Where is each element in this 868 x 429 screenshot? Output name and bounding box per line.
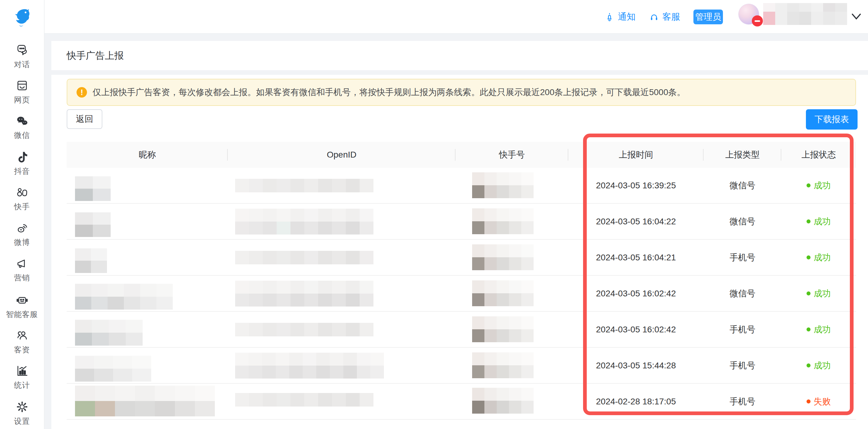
status-dot-icon — [807, 364, 810, 368]
sidebar-item-label: 设置 — [14, 416, 30, 426]
sidebar-item-wechat[interactable]: 微信 — [0, 114, 44, 140]
redacted-openid — [235, 323, 373, 336]
chat-icon — [15, 43, 29, 57]
topbar: 通知 客服 管理员 — [44, 0, 868, 34]
sidebar-item-label: 抖音 — [14, 166, 30, 176]
marketing-icon — [15, 256, 29, 270]
support-label: 客服 — [662, 11, 680, 23]
redacted-kuaishou-id — [472, 280, 534, 306]
headset-icon — [649, 12, 659, 22]
header-cell-3: 上报时间 — [568, 142, 704, 168]
sidebar-item-douyin[interactable]: 抖音 — [0, 150, 44, 176]
status-text: 成功 — [814, 360, 831, 371]
support-button[interactable]: 客服 — [649, 0, 680, 34]
cell-report-status: 失败 — [781, 384, 856, 419]
sidebar-item-label: 微信 — [14, 130, 30, 140]
sidebar-item-customers[interactable]: 客资 — [0, 328, 44, 355]
sidebar: 对话 网页 微信 抖音 快手 微博 营销 智能客服 客资 统计 — [0, 0, 44, 429]
status-text: 成功 — [814, 288, 831, 299]
sidebar-item-webpage[interactable]: 网页 — [0, 79, 44, 105]
cell-report-time: 2024-03-05 16:04:22 — [568, 204, 704, 239]
page-title: 快手广告上报 — [67, 49, 124, 62]
redacted-openid — [235, 251, 373, 264]
sidebar-item-label: 统计 — [14, 380, 30, 390]
status-text: 成功 — [814, 180, 831, 192]
redacted-kuaishou-id — [472, 172, 534, 198]
sidebar-item-label: 智能客服 — [6, 309, 38, 319]
cell-report-time: 2024-03-05 16:02:42 — [568, 312, 704, 347]
header-cell-0: 昵称 — [67, 142, 228, 168]
table-body: 2024-03-05 16:39:25微信号成功2024-03-05 16:04… — [67, 168, 856, 420]
table-row: 2024-03-05 15:44:28手机号成功 — [67, 348, 856, 384]
user-name-redacted — [763, 3, 847, 25]
cell-report-time: 2024-03-05 16:02:42 — [568, 276, 704, 311]
robot-icon — [15, 293, 29, 307]
sidebar-item-statistics[interactable]: 统计 — [0, 364, 44, 390]
redacted-openid — [235, 281, 373, 307]
statistics-icon — [15, 364, 29, 378]
table-row: 2024-03-05 16:02:42微信号成功 — [67, 276, 856, 312]
sidebar-item-kuaishou[interactable]: 快手 — [0, 185, 44, 212]
status-dot-icon — [807, 220, 810, 223]
redacted-nickname — [75, 212, 111, 237]
redacted-kuaishou-id — [472, 208, 534, 234]
kuaishou-ad-report-page: { "header": { "notifications_label": "通知… — [0, 0, 868, 429]
webpage-icon — [15, 79, 29, 93]
header-cell-4: 上报类型 — [704, 142, 781, 168]
cell-report-type: 手机号 — [704, 348, 781, 383]
redacted-openid — [235, 353, 384, 378]
redacted-nickname — [75, 176, 111, 201]
bell-icon — [604, 12, 615, 22]
redacted-openid — [235, 393, 373, 406]
table-header-row: 昵称OpenID快手号上报时间上报类型上报状态 — [67, 142, 856, 168]
douyin-icon — [15, 150, 29, 164]
sidebar-item-label: 营销 — [14, 273, 30, 283]
sidebar-item-settings[interactable]: 设置 — [0, 400, 44, 426]
sidebar-item-label: 对话 — [14, 59, 30, 69]
table-row: 2024-03-05 16:04:21手机号成功 — [67, 240, 856, 276]
cell-report-type: 手机号 — [704, 384, 781, 419]
bluebird-logo-icon — [11, 6, 33, 28]
cell-report-status: 成功 — [781, 276, 856, 311]
table-row: 2024-03-05 16:02:42手机号成功 — [67, 312, 856, 348]
sidebar-item-label: 客资 — [14, 345, 30, 355]
table-row: 2024-03-05 16:39:25微信号成功 — [67, 168, 856, 204]
redacted-nickname — [75, 320, 143, 346]
cell-report-status: 成功 — [781, 348, 856, 383]
cell-report-type: 微信号 — [704, 168, 781, 203]
cell-report-status: 成功 — [781, 168, 856, 203]
cell-report-time: 2024-03-05 15:44:28 — [568, 348, 704, 383]
sidebar-item-label: 网页 — [14, 95, 30, 105]
weibo-icon — [15, 221, 29, 235]
status-text: 成功 — [814, 216, 831, 227]
sidebar-item-chat[interactable]: 对话 — [0, 43, 44, 69]
sidebar-item-label: 微博 — [14, 237, 30, 248]
sidebar-item-robot[interactable]: 智能客服 — [0, 293, 44, 319]
redacted-openid — [235, 209, 373, 234]
redacted-nickname — [75, 385, 215, 417]
settings-icon — [15, 400, 29, 414]
redacted-openid — [235, 179, 373, 192]
notifications-button[interactable]: 通知 — [604, 0, 636, 34]
redacted-nickname — [75, 284, 173, 310]
status-dot-icon — [807, 291, 810, 295]
sidebar-item-weibo[interactable]: 微博 — [0, 221, 44, 248]
avatar-status-badge — [752, 16, 763, 26]
redacted-kuaishou-id — [472, 388, 534, 413]
sidebar-item-label: 快手 — [14, 202, 30, 212]
download-report-button[interactable]: 下载报表 — [806, 109, 858, 130]
page-title-band: 快手广告上报 — [51, 41, 868, 70]
redacted-nickname — [75, 356, 151, 381]
cell-report-time: 2024-03-05 16:04:21 — [568, 240, 704, 275]
back-button[interactable]: 返回 — [67, 109, 102, 129]
status-text: 成功 — [814, 252, 831, 263]
sidebar-item-marketing[interactable]: 营销 — [0, 256, 44, 283]
status-text: 成功 — [814, 324, 831, 336]
status-dot-icon — [807, 255, 810, 259]
admin-role-badge[interactable]: 管理员 — [693, 9, 723, 24]
chevron-down-icon[interactable] — [851, 13, 861, 20]
cell-report-time: 2024-03-05 16:39:25 — [568, 168, 704, 203]
app-logo[interactable] — [0, 5, 44, 29]
cell-report-status: 成功 — [781, 204, 856, 239]
wechat-icon — [15, 114, 29, 128]
